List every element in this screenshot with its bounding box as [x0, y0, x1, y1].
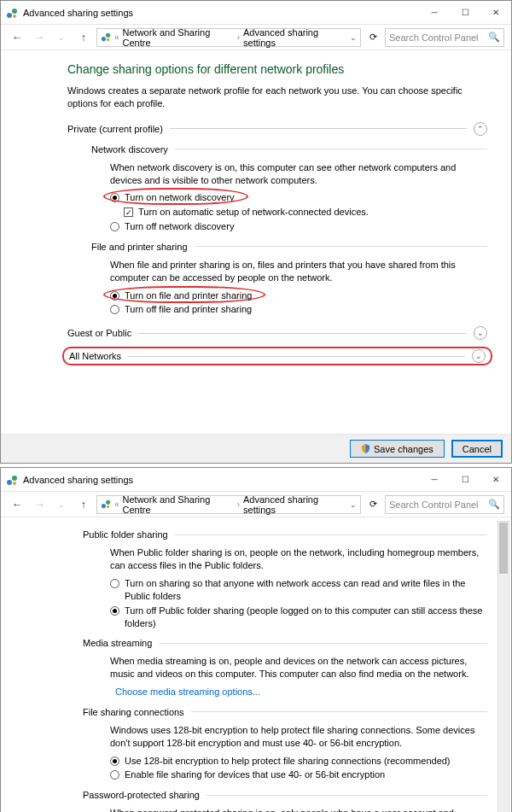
window-advanced-sharing-top: Advanced sharing settings ─ ☐ ✕ ← → ⌄ ↑ … — [0, 0, 512, 464]
media-options-link[interactable]: Choose media streaming options... — [115, 686, 260, 698]
breadcrumb-network-centre[interactable]: Network and Sharing Centre — [123, 27, 234, 48]
content-panel: Public folder sharing When Public folder… — [1, 517, 511, 812]
forward-button[interactable]: → — [30, 495, 49, 514]
minimize-button[interactable]: ─ — [419, 1, 450, 25]
maximize-button[interactable]: ☐ — [450, 1, 480, 25]
radio-label: Enable file sharing for devices that use… — [125, 768, 385, 781]
svg-point-1 — [12, 9, 17, 14]
collapse-icon[interactable]: ⌃ — [474, 122, 487, 136]
svg-point-10 — [106, 499, 110, 504]
back-button[interactable]: ← — [8, 495, 26, 514]
breadcrumb-advanced-sharing[interactable]: Advanced sharing settings — [243, 27, 346, 48]
radio-icon — [110, 305, 119, 314]
svg-point-0 — [7, 13, 12, 18]
checkbox-label: Turn on automatic setup of network-conne… — [138, 206, 369, 219]
radio-fp-on[interactable]: Turn on file and printer sharing — [110, 289, 487, 302]
network-center-icon — [6, 7, 18, 19]
section-all-label: All Networks — [69, 351, 121, 361]
breadcrumb-sep-icon: « — [114, 499, 119, 509]
chevron-down-icon[interactable]: ⌄ — [350, 500, 357, 509]
section-guest[interactable]: Guest or Public ⌄ — [67, 326, 487, 340]
svg-point-8 — [13, 482, 16, 485]
pps-desc: When password-protected sharing is on, o… — [110, 807, 487, 812]
back-button[interactable]: ← — [8, 28, 26, 47]
shield-icon — [361, 444, 370, 453]
scrollbar[interactable] — [497, 521, 509, 812]
forward-button[interactable]: → — [30, 28, 49, 47]
radio-label: Turn off Public folder sharing (people l… — [125, 605, 487, 630]
subsection-label: Password-protected sharing — [83, 790, 200, 800]
breadcrumb-network-centre[interactable]: Network and Sharing Centre — [123, 494, 234, 515]
radio-pf-off[interactable]: Turn off Public folder sharing (people l… — [110, 605, 487, 630]
breadcrumb-advanced-sharing[interactable]: Advanced sharing settings — [243, 494, 346, 515]
nav-toolbar: ← → ⌄ ↑ « Network and Sharing Centre › A… — [1, 25, 511, 50]
radio-fp-off[interactable]: Turn off file and printer sharing — [110, 303, 487, 316]
breadcrumb[interactable]: « Network and Sharing Centre › Advanced … — [96, 495, 361, 514]
subsection-label: Public folder sharing — [83, 529, 168, 540]
save-button-label: Save changes — [374, 444, 433, 454]
breadcrumb[interactable]: « Network and Sharing Centre › Advanced … — [96, 28, 361, 47]
up-button[interactable]: ↑ — [74, 28, 93, 47]
maximize-button[interactable]: ☐ — [450, 468, 480, 492]
window-title: Advanced sharing settings — [23, 8, 419, 18]
subsection-label: File and printer sharing — [91, 242, 188, 252]
svg-point-7 — [12, 476, 17, 481]
radio-nd-off[interactable]: Turn off network discovery — [110, 220, 487, 233]
media-desc: When media streaming is on, people and d… — [110, 655, 487, 681]
titlebar: Advanced sharing settings ─ ☐ ✕ — [1, 1, 511, 25]
radio-icon — [110, 606, 119, 616]
svg-point-3 — [102, 37, 106, 41]
search-icon: 🔍 — [488, 32, 500, 43]
radio-icon — [110, 770, 119, 780]
page-title: Change sharing options for different net… — [67, 62, 487, 76]
refresh-button[interactable]: ⟳ — [364, 32, 381, 43]
media-link-row: Choose media streaming options... — [110, 686, 487, 698]
radio-fsc-128[interactable]: Use 128-bit encryption to help protect f… — [110, 755, 487, 768]
subsection-file-printer: File and printer sharing — [91, 242, 487, 252]
subsection-network-discovery: Network discovery — [91, 144, 487, 155]
radio-icon — [110, 291, 119, 301]
radio-fsc-40[interactable]: Enable file sharing for devices that use… — [110, 768, 487, 781]
scrollbar-thumb[interactable] — [499, 523, 508, 574]
svg-point-6 — [7, 480, 12, 485]
search-placeholder: Search Control Panel — [389, 499, 479, 510]
section-all-networks[interactable]: All Networks ⌄ — [62, 347, 492, 365]
radio-icon — [110, 193, 119, 202]
expand-icon[interactable]: ⌄ — [474, 326, 487, 340]
close-button[interactable]: ✕ — [480, 1, 511, 25]
svg-point-2 — [13, 15, 16, 18]
network-center-icon — [101, 32, 111, 44]
subsection-fsc: File sharing connections — [83, 707, 487, 717]
close-button[interactable]: ✕ — [480, 468, 511, 492]
save-button[interactable]: Save changes — [350, 440, 445, 458]
page-intro: Windows creates a separate network profi… — [67, 85, 487, 110]
window-advanced-sharing-bottom: Advanced sharing settings ─ ☐ ✕ ← → ⌄ ↑ … — [0, 467, 512, 812]
section-private-label: Private (current profile) — [67, 124, 163, 134]
checkbox-nd-auto[interactable]: ✓ Turn on automatic setup of network-con… — [124, 206, 487, 219]
radio-label: Turn on network discovery — [125, 191, 235, 204]
section-private[interactable]: Private (current profile) ⌃ — [67, 122, 487, 136]
network-discovery-desc: When network discovery is on, this compu… — [110, 161, 487, 187]
search-input[interactable]: Search Control Panel 🔍 — [385, 28, 504, 47]
search-input[interactable]: Search Control Panel 🔍 — [385, 495, 504, 514]
recent-dropdown[interactable]: ⌄ — [52, 495, 71, 514]
radio-nd-on[interactable]: Turn on network discovery — [110, 191, 487, 204]
svg-point-9 — [102, 504, 106, 508]
radio-pf-on[interactable]: Turn on sharing so that anyone with netw… — [110, 577, 487, 603]
subsection-media: Media streaming — [83, 638, 487, 648]
up-button[interactable]: ↑ — [74, 495, 93, 514]
recent-dropdown[interactable]: ⌄ — [52, 28, 71, 47]
refresh-button[interactable]: ⟳ — [364, 499, 381, 510]
titlebar: Advanced sharing settings ─ ☐ ✕ — [1, 468, 511, 492]
subsection-label: Media streaming — [83, 638, 152, 648]
chevron-down-icon[interactable]: ⌄ — [350, 33, 357, 42]
minimize-button[interactable]: ─ — [419, 468, 450, 492]
radio-label: Turn on sharing so that anyone with netw… — [125, 577, 487, 603]
expand-icon[interactable]: ⌄ — [472, 349, 486, 363]
cancel-button-label: Cancel — [463, 444, 492, 454]
cancel-button[interactable]: Cancel — [451, 440, 503, 458]
radio-label: Turn off file and printer sharing — [125, 303, 252, 316]
svg-point-11 — [107, 505, 109, 507]
search-icon: 🔍 — [488, 499, 500, 510]
window-title: Advanced sharing settings — [23, 475, 419, 485]
